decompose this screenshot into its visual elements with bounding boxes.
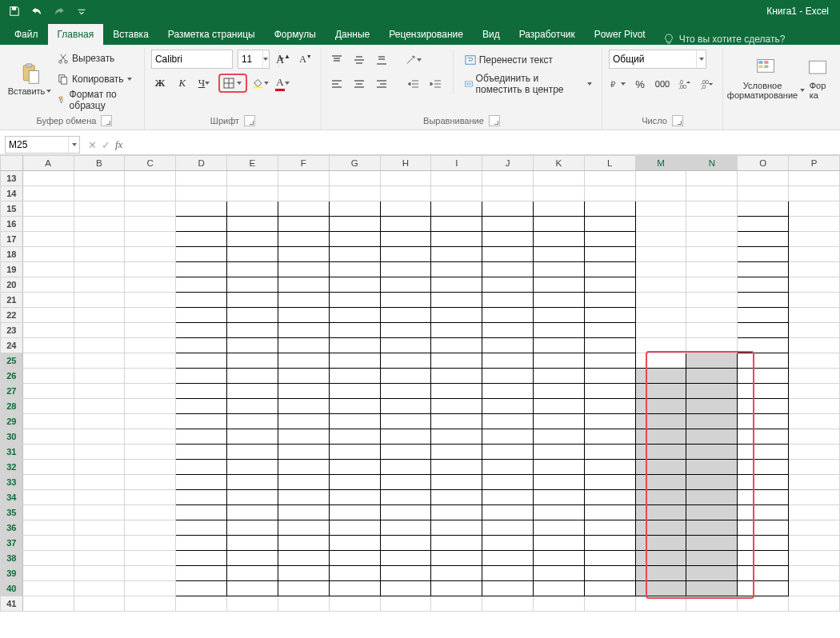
chevron-down-icon[interactable] [68,137,79,153]
chevron-down-icon[interactable] [696,50,706,68]
cell[interactable] [125,581,176,596]
cell[interactable] [738,596,789,612]
cell[interactable] [74,277,125,293]
cell[interactable] [584,217,635,232]
cell[interactable] [227,475,278,490]
cell[interactable] [227,460,278,475]
cell[interactable] [686,551,738,566]
copy-button[interactable]: Копировать [54,70,138,88]
cell[interactable] [686,369,738,384]
row-header[interactable]: 32 [1,460,23,475]
cell[interactable] [74,581,125,596]
cell[interactable] [22,217,74,232]
cell[interactable] [635,293,686,308]
cell[interactable] [738,338,789,353]
cell[interactable] [635,536,686,551]
cell[interactable] [176,277,227,293]
cell[interactable] [176,201,227,217]
cell[interactable] [227,566,278,581]
dialog-launcher-icon[interactable] [244,115,255,126]
cell[interactable] [738,232,789,247]
cell[interactable] [74,293,125,308]
cell[interactable] [635,262,686,277]
cell[interactable] [584,581,635,596]
cell[interactable] [227,520,278,536]
cell[interactable] [380,384,431,399]
cell[interactable] [533,338,584,353]
cell[interactable] [329,232,380,247]
cell[interactable] [329,429,380,445]
cell[interactable] [584,247,635,262]
cell[interactable] [584,520,635,536]
cell[interactable] [789,201,840,217]
cell[interactable] [329,217,380,232]
tab-powerpivot[interactable]: Power Pivot [585,24,655,45]
row-header[interactable]: 27 [1,384,23,399]
cell[interactable] [431,445,482,460]
cell[interactable] [482,460,534,475]
cell[interactable] [584,399,635,414]
cell[interactable] [686,414,738,429]
cell[interactable] [74,566,125,581]
cell[interactable] [125,536,176,551]
cell[interactable] [482,551,534,566]
column-header[interactable]: C [125,156,176,171]
cell[interactable] [686,445,738,460]
borders-button[interactable] [218,74,247,93]
cell[interactable] [176,323,227,338]
cell[interactable] [533,505,584,520]
cell[interactable] [176,369,227,384]
cell[interactable] [278,566,329,581]
cell[interactable] [380,551,431,566]
cell[interactable] [380,232,431,247]
cell[interactable] [686,232,738,247]
tab-developer[interactable]: Разработчик [510,24,585,45]
cell[interactable] [533,353,584,369]
cell[interactable] [482,232,534,247]
cell[interactable] [329,414,380,429]
cell[interactable] [482,581,534,596]
cell[interactable] [686,384,738,399]
cell[interactable] [329,201,380,217]
cell[interactable] [125,293,176,308]
cell[interactable] [329,369,380,384]
cell[interactable] [74,520,125,536]
cell[interactable] [278,551,329,566]
cell[interactable] [380,308,431,323]
cell[interactable] [329,581,380,596]
row-header[interactable]: 41 [1,596,23,612]
cell[interactable] [227,429,278,445]
row-header[interactable]: 18 [1,247,23,262]
cell[interactable] [22,490,74,505]
cell[interactable] [635,596,686,612]
cell[interactable] [789,505,840,520]
cell[interactable] [125,445,176,460]
cell[interactable] [380,353,431,369]
cell[interactable] [431,551,482,566]
cell[interactable] [584,505,635,520]
underline-button[interactable]: Ч [196,74,214,92]
font-name-combo[interactable] [151,50,233,69]
cell[interactable] [22,247,74,262]
row-header[interactable]: 13 [1,171,23,186]
save-icon[interactable] [5,2,24,20]
cell[interactable] [74,536,125,551]
cell[interactable] [635,369,686,384]
cell[interactable] [22,308,74,323]
percent-button[interactable]: % [631,75,649,93]
spreadsheet-grid[interactable]: ABCDEFGHIJKLMNOP131415161718192021222324… [0,155,840,638]
tab-view[interactable]: Вид [473,24,510,45]
cell[interactable] [686,429,738,445]
cell[interactable] [789,566,840,581]
cell[interactable] [533,201,584,217]
cell[interactable] [431,171,482,186]
column-header[interactable]: B [74,156,125,171]
cell[interactable] [22,353,74,369]
tab-page-layout[interactable]: Разметка страницы [158,24,265,45]
cell[interactable] [533,262,584,277]
cell[interactable] [686,399,738,414]
cell[interactable] [278,520,329,536]
cell[interactable] [635,217,686,232]
row-header[interactable]: 37 [1,536,23,551]
cell[interactable] [482,277,534,293]
